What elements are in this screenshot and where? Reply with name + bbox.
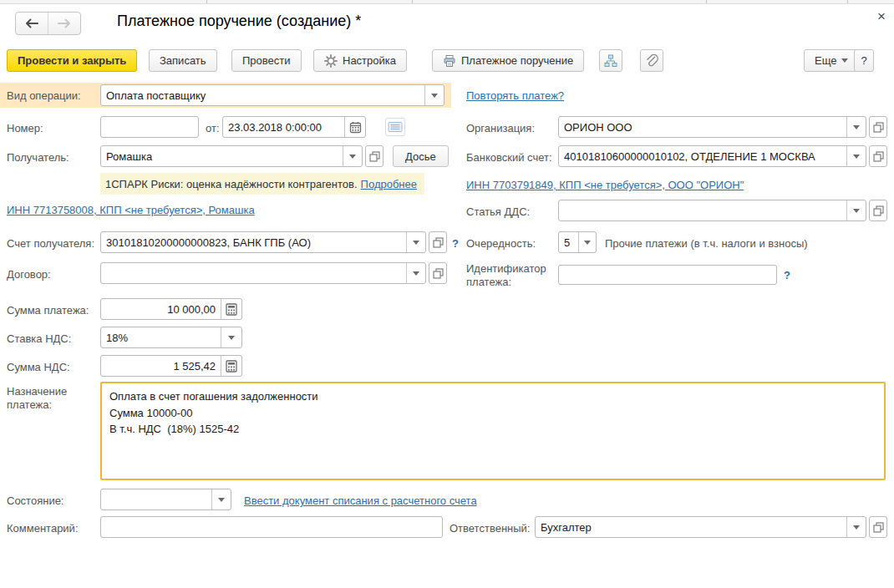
vat-amount-calc-button[interactable] [221, 356, 241, 376]
dropdown-caret-icon [853, 155, 860, 159]
payee-select[interactable]: Ромашка [100, 145, 363, 167]
open-form-icon [873, 122, 884, 133]
operation-select[interactable]: Оплата поставщику [100, 84, 444, 106]
close-icon[interactable]: × [877, 9, 886, 23]
contract-dropdown[interactable] [406, 263, 425, 283]
calculator-icon [226, 360, 237, 373]
save-button[interactable]: Записать [149, 49, 217, 72]
report-structure-button[interactable] [599, 49, 622, 72]
state-value [101, 489, 211, 509]
organization-label: Организация: [466, 122, 535, 134]
purpose-textarea[interactable]: Оплата в счет погашения задолженности Су… [100, 382, 886, 480]
responsible-dropdown[interactable] [846, 517, 866, 537]
page-title: Платежное поручение (создание) * [117, 13, 361, 30]
dropdown-caret-icon [431, 94, 438, 98]
responsible-open-button[interactable] [869, 516, 887, 538]
payee-account-dropdown[interactable] [406, 232, 425, 252]
number-history-button[interactable] [385, 118, 405, 136]
contract-select[interactable] [100, 262, 426, 284]
settings-button[interactable]: Настройка [313, 49, 407, 72]
date-calendar-button[interactable] [344, 117, 365, 137]
operation-dropdown[interactable] [424, 85, 444, 105]
vat-rate-label: Ставка НДС: [7, 332, 71, 345]
payee-account-select[interactable]: 30101810200000000823, БАНК ГПБ (АО) [100, 231, 426, 253]
contract-open-button[interactable] [429, 262, 447, 284]
state-select[interactable] [100, 489, 231, 510]
forward-button[interactable] [48, 13, 80, 34]
organization-open-button[interactable] [869, 116, 887, 138]
dds-dropdown[interactable] [846, 200, 866, 220]
vat-amount-label: Сумма НДС: [7, 361, 70, 373]
tab-separator [706, 0, 707, 3]
open-form-icon [873, 522, 884, 533]
payee-account-label: Счет получателя: [7, 237, 94, 250]
enter-writeoff-document-link[interactable]: Ввести документ списания с расчетного сч… [244, 494, 477, 507]
repeat-payment-link[interactable]: Повторять платеж? [466, 89, 564, 102]
vat-rate-value: 18% [101, 327, 221, 347]
responsible-select[interactable]: Бухгалтер [535, 516, 866, 538]
priority-dropdown[interactable] [578, 232, 596, 252]
attachments-button[interactable] [640, 49, 663, 72]
bank-account-label: Банковский счет: [466, 151, 552, 164]
priority-select[interactable]: 5 [558, 231, 597, 253]
spark-more-link[interactable]: Подробнее [361, 178, 417, 190]
responsible-label: Ответственный: [450, 522, 530, 535]
history-nav-group [15, 12, 81, 35]
date-input[interactable]: 23.03.2018 0:00:00 [222, 116, 366, 138]
dds-open-button[interactable] [869, 200, 887, 221]
organization-dropdown[interactable] [846, 117, 866, 137]
payee-dropdown[interactable] [343, 146, 362, 166]
post-and-close-button[interactable]: Провести и закрыть [7, 49, 137, 72]
payee-account-help[interactable]: ? [452, 237, 459, 250]
dropdown-caret-icon [413, 271, 419, 276]
amount-value: 10 000,00 [101, 299, 221, 319]
payee-inn-link[interactable]: ИНН 7713758008, КПП <не требуется>, Рома… [7, 204, 255, 216]
dropdown-caret-icon [584, 241, 591, 245]
dds-select[interactable] [558, 200, 866, 221]
operation-label: Вид операции: [7, 89, 81, 102]
state-label: Состояние: [7, 494, 63, 507]
organization-inn-link[interactable]: ИНН 7703791849, КПП <не требуется>, ООО … [466, 179, 744, 191]
dropdown-caret-icon [413, 241, 419, 245]
organization-select[interactable]: ОРИОН ООО [558, 116, 866, 138]
contract-label: Договор: [7, 268, 51, 281]
calculator-icon [226, 303, 237, 316]
priority-hint: Прочие платежи (в т.ч. налоги и взносы) [605, 237, 808, 250]
comment-input[interactable] [100, 516, 443, 538]
bank-account-select[interactable]: 40101810600000010102, ОТДЕЛЕНИЕ 1 МОСКВА [558, 145, 866, 167]
vat-rate-select[interactable]: 18% [100, 327, 242, 348]
tab-separator [847, 0, 848, 3]
back-button[interactable] [16, 13, 48, 34]
open-form-icon [433, 237, 444, 248]
payment-id-input[interactable] [558, 265, 777, 285]
printer-icon [443, 54, 456, 68]
top-tab-strip [0, 0, 894, 4]
post-button[interactable]: Провести [231, 49, 302, 72]
vat-amount-input[interactable]: 1 525,42 [100, 355, 242, 377]
dropdown-caret-icon [853, 125, 860, 129]
print-payment-order-button[interactable]: Платежное поручение [432, 49, 584, 72]
open-form-icon [873, 205, 884, 216]
forward-arrow-icon [57, 18, 72, 28]
payment-order-window: Платежное поручение (создание) * × Прове… [0, 0, 894, 588]
settings-label: Настройка [343, 54, 396, 67]
bank-account-open-button[interactable] [869, 145, 887, 167]
report-structure-icon [604, 54, 617, 68]
date-label: от: [206, 122, 220, 134]
save-label: Записать [160, 54, 206, 67]
payee-account-open-button[interactable] [429, 231, 447, 253]
dropdown-caret-icon [228, 336, 235, 340]
amount-calc-button[interactable] [221, 299, 241, 319]
more-button[interactable]: Еще [804, 49, 859, 72]
vat-rate-dropdown[interactable] [221, 327, 241, 347]
bank-account-value: 40101810600000010102, ОТДЕЛЕНИЕ 1 МОСКВА [559, 146, 846, 166]
state-dropdown[interactable] [211, 489, 231, 509]
bank-account-dropdown[interactable] [846, 146, 866, 166]
payment-id-help[interactable]: ? [784, 269, 790, 281]
payee-open-button[interactable] [365, 145, 384, 167]
priority-value: 5 [559, 232, 578, 252]
help-button[interactable]: ? [854, 49, 874, 72]
dossier-button[interactable]: Досье [393, 145, 449, 167]
number-input[interactable] [100, 116, 199, 138]
amount-input[interactable]: 10 000,00 [100, 298, 242, 320]
